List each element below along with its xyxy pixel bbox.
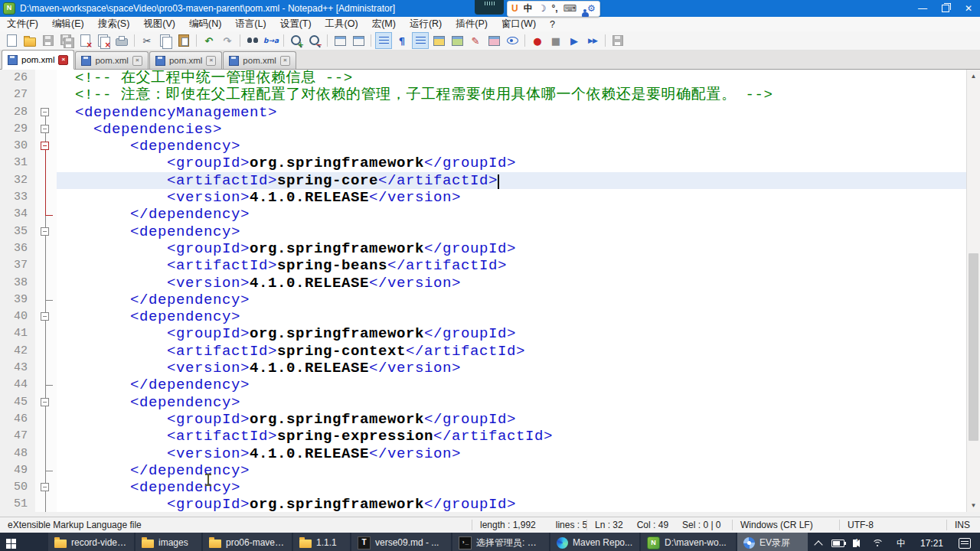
menu-item-4[interactable]: 编码(N) (182, 17, 228, 31)
menu-item-6[interactable]: 设置(T) (273, 17, 318, 31)
play-macro-icon[interactable]: ▶ (566, 32, 583, 49)
close-button[interactable]: ✕ (957, 0, 980, 17)
code-line-49[interactable]: 49 </dependency> (0, 462, 966, 479)
code-text[interactable]: <groupId>org.springframework</groupId> (57, 325, 966, 342)
taskbar-item-ev-recorder[interactable]: EV录屏 (737, 533, 808, 551)
menu-item-12[interactable]: ? (543, 17, 562, 31)
battery-icon[interactable] (828, 533, 848, 551)
close-file-icon[interactable]: × (77, 32, 93, 49)
taskbar-item-typora[interactable]: Tverse09.md - ... (351, 533, 451, 551)
tab-close-icon[interactable]: × (58, 55, 68, 65)
tab-close-icon[interactable]: × (280, 56, 290, 66)
code-line-48[interactable]: 48 <version>4.1.0.RELEASE</version> (0, 445, 966, 462)
code-text[interactable]: <!-- 注意：即使在父工程配置了对依赖的管理，子工程需要使用具体哪一个依赖还是… (57, 86, 966, 103)
menu-item-0[interactable]: 文件(F) (0, 17, 45, 31)
code-text[interactable]: <dependency> (57, 394, 966, 411)
save-all-icon[interactable] (58, 32, 75, 49)
menu-item-7[interactable]: 工具(O) (318, 17, 365, 31)
code-text[interactable]: <dependencies> (57, 121, 966, 138)
stop-macro-icon[interactable]: ■ (547, 32, 564, 49)
chinese-mode-icon[interactable]: 中 (524, 2, 533, 15)
code-text[interactable]: </dependency> (57, 292, 966, 308)
code-text[interactable]: <!-- 在父工程中统一管理依赖信息 --> (57, 70, 966, 86)
volume-icon[interactable] (848, 533, 868, 551)
status-eol-format[interactable]: Windows (CR LF) (732, 520, 839, 530)
fold-collapse-icon[interactable] (41, 142, 49, 150)
fold-margin[interactable] (35, 121, 57, 138)
action-center-icon[interactable] (949, 533, 980, 551)
code-text[interactable]: <artifactId>spring-core</artifactId> (57, 172, 966, 189)
monitoring-icon[interactable] (504, 32, 521, 49)
fold-collapse-icon[interactable] (41, 108, 49, 116)
code-line-33[interactable]: 33 <version>4.1.0.RELEASE</version> (0, 189, 966, 206)
fold-collapse-icon[interactable] (41, 125, 49, 133)
status-insert-mode[interactable]: INS (946, 520, 980, 530)
fold-margin[interactable] (35, 223, 57, 240)
code-text[interactable]: </dependency> (57, 377, 966, 393)
code-line-46[interactable]: 46 <groupId>org.springframework</groupId… (0, 411, 966, 428)
code-line-31[interactable]: 31 <groupId>org.springframework</groupId… (0, 155, 966, 171)
fold-margin[interactable] (35, 308, 57, 325)
recorder-widget[interactable] (475, 0, 504, 15)
new-file-icon[interactable] (3, 32, 20, 49)
code-text[interactable]: </dependency> (57, 462, 966, 479)
editor[interactable]: 26 <!-- 在父工程中统一管理依赖信息 -->27 <!-- 注意：即使在父… (0, 70, 980, 512)
taskbar-item-pro06-maven-folder[interactable]: pro06-maven... (203, 533, 292, 551)
code-text[interactable]: <dependency> (57, 223, 966, 240)
scroll-down-arrow-icon[interactable]: ▼ (967, 499, 980, 512)
tray-ime-indicator[interactable]: 中 (888, 533, 914, 551)
sogou-input-icon[interactable]: U (511, 2, 518, 15)
code-text[interactable]: <version>4.1.0.RELEASE</version> (57, 275, 966, 292)
fold-margin[interactable] (35, 479, 57, 496)
fold-margin[interactable] (35, 104, 57, 121)
code-text[interactable]: <groupId>org.springframework</groupId> (57, 155, 966, 171)
code-text[interactable]: <groupId>org.springframework</groupId> (57, 496, 966, 512)
start-button[interactable] (0, 533, 22, 551)
code-line-29[interactable]: 29 <dependencies> (0, 121, 966, 138)
replace-icon[interactable]: b→a (263, 32, 279, 49)
code-line-51[interactable]: 51 <groupId>org.springframework</groupId… (0, 496, 966, 512)
code-line-26[interactable]: 26 <!-- 在父工程中统一管理依赖信息 --> (0, 70, 966, 86)
menu-item-1[interactable]: 编辑(E) (45, 17, 91, 31)
zoom-out-icon[interactable]: − (306, 32, 323, 49)
status-encoding[interactable]: UTF-8 (839, 520, 946, 530)
tray-chevron-icon[interactable] (808, 533, 828, 551)
sync-vertical-scroll-icon[interactable] (332, 32, 348, 49)
sync-horizontal-scroll-icon[interactable] (350, 32, 367, 49)
code-text[interactable]: <artifactId>spring-beans</artifactId> (57, 257, 966, 274)
folder-as-workspace-icon[interactable]: ✎ (467, 32, 484, 49)
code-line-35[interactable]: 35 <dependency> (0, 223, 966, 240)
vertical-scrollbar[interactable]: ▲ ▼ (966, 70, 980, 512)
code-text[interactable]: <dependencyManagement> (57, 104, 966, 121)
code-area[interactable]: 26 <!-- 在父工程中统一管理依赖信息 -->27 <!-- 注意：即使在父… (0, 70, 966, 512)
tab-pom-xml-0[interactable]: pom.xml× (2, 50, 74, 70)
copy-icon[interactable] (157, 32, 174, 49)
document-map-icon[interactable] (430, 32, 447, 49)
code-line-41[interactable]: 41 <groupId>org.springframework</groupId… (0, 325, 966, 342)
code-line-39[interactable]: 39 </dependency> (0, 292, 966, 308)
scrollbar-thumb[interactable] (969, 253, 978, 441)
tray-clock[interactable]: 17:21 (914, 538, 949, 549)
code-text[interactable]: <groupId>org.springframework</groupId> (57, 411, 966, 428)
code-line-45[interactable]: 45 <dependency> (0, 394, 966, 411)
print-icon[interactable] (113, 32, 130, 49)
word-wrap-icon[interactable] (375, 32, 392, 49)
fold-collapse-icon[interactable] (41, 398, 49, 406)
taskbar-item-edge[interactable]: Maven Repo... (550, 533, 639, 551)
ime-toolbar[interactable]: U中☽°,⌨⚙ (507, 1, 600, 17)
code-text[interactable]: <dependency> (57, 479, 966, 496)
document-switcher-icon[interactable] (485, 32, 502, 49)
code-text[interactable]: <version>4.1.0.RELEASE</version> (57, 189, 966, 206)
code-line-36[interactable]: 36 <groupId>org.springframework</groupId… (0, 240, 966, 257)
tab-close-icon[interactable]: × (132, 56, 142, 66)
code-line-50[interactable]: 50 <dependency> (0, 479, 966, 496)
fold-collapse-icon[interactable] (41, 312, 49, 321)
taskbar-item-notepadpp[interactable]: ND:\maven-wo... (641, 533, 736, 551)
save-macro-icon[interactable] (609, 32, 626, 49)
code-line-34[interactable]: 34 </dependency> (0, 206, 966, 223)
menu-item-10[interactable]: 插件(P) (449, 17, 495, 31)
fold-collapse-icon[interactable] (41, 483, 49, 491)
code-line-47[interactable]: 47 <artifactId>spring-expression</artifa… (0, 428, 966, 445)
taskbar-item-record-video-folder[interactable]: record-video... (48, 533, 134, 551)
function-list-icon[interactable] (449, 32, 466, 49)
